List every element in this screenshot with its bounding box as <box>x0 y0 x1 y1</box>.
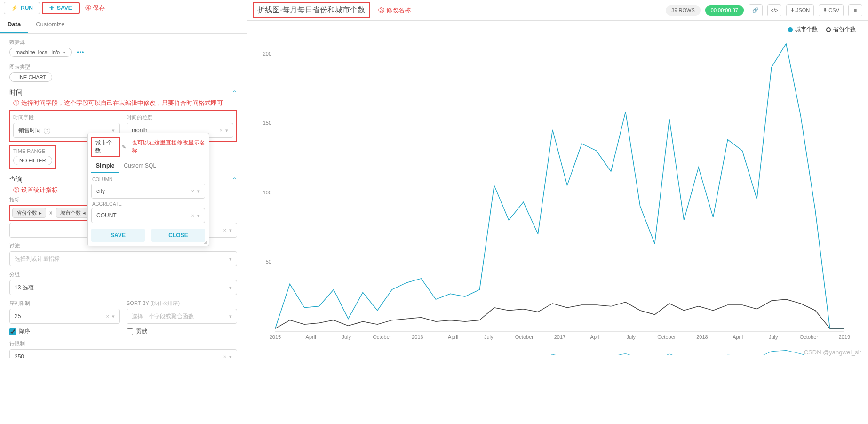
resize-handle-icon[interactable]: ◢ <box>204 239 207 244</box>
chevron-down-icon: ▾ <box>197 213 200 219</box>
clear-icon[interactable]: × <box>223 354 226 358</box>
run-button[interactable]: ⚡ RUN <box>4 2 40 14</box>
rows-badge: 39 ROWS <box>666 5 701 16</box>
clear-icon[interactable]: × <box>191 213 194 219</box>
sortby-select[interactable]: 选择一个字段或聚合函数 ▾ <box>127 309 237 324</box>
filter-placeholder: 选择列或计量指标 <box>15 255 60 263</box>
popup-column-select[interactable]: city × ▾ <box>91 184 205 199</box>
popup-annotation: 也可以在这里直接修改显示名称 <box>132 139 205 155</box>
svg-text:October: October <box>373 334 391 340</box>
linelimit-select[interactable]: 250 × ▾ <box>9 349 237 358</box>
toolbar: ⚡ RUN ✚ SAVE ④ 保存 <box>0 0 247 16</box>
help-icon <box>42 127 50 134</box>
popup-save-button[interactable]: SAVE <box>91 229 145 242</box>
tab-customize[interactable]: Customize <box>28 16 72 33</box>
svg-text:50: 50 <box>266 259 271 264</box>
legend-item-city[interactable]: 城市个数 <box>788 25 818 33</box>
legend: 城市个数 省份个数 <box>788 25 856 33</box>
save-label: SAVE <box>57 5 72 11</box>
chevron-up-icon[interactable]: ⌃ <box>232 89 237 96</box>
sortby-placeholder: 选择一个字段或聚合函数 <box>132 312 194 320</box>
line-chart-svg: 5010015020020152015AprilAprilJulyJulyOct… <box>252 25 854 355</box>
right-panel: 折线图-每月每日省份和城市个数 ③ 修改名称 39 ROWS 00:00:00.… <box>247 0 868 358</box>
desc-checkbox[interactable]: 降序 <box>9 328 120 336</box>
svg-text:2018: 2018 <box>696 334 708 340</box>
chevron-down-icon: ▾ <box>229 227 232 233</box>
left-tabs: Data Customize <box>0 16 247 34</box>
contrib-label: 贡献 <box>136 328 147 336</box>
svg-text:2015: 2015 <box>270 334 281 340</box>
more-dots-icon[interactable]: ••• <box>77 49 85 56</box>
popup-tabs: Simple Custom SQL <box>91 160 205 173</box>
run-label: RUN <box>21 5 33 11</box>
chevron-down-icon: ▾ <box>229 256 232 262</box>
svg-text:July: July <box>769 334 778 340</box>
timefield-label: 时间字段 <box>13 114 120 121</box>
chevron-down-icon: ▾ <box>229 354 232 358</box>
annotation-3: ③ 修改名称 <box>378 6 411 15</box>
watermark: CSDN @yangwei_sir <box>804 349 861 356</box>
save-button[interactable]: ✚ SAVE <box>42 2 80 14</box>
chevron-up-icon[interactable]: ⌃ <box>232 176 237 184</box>
datasource-value: machine_local_info <box>16 49 60 55</box>
metrics-redbox: 省份个数 ▸ x 城市个数 ◂ <box>9 205 93 221</box>
bolt-icon: ⚡ <box>11 5 18 11</box>
datasource-label: 数据源 <box>9 39 237 46</box>
metric-tag-1[interactable]: 省份个数 ▸ <box>12 208 46 218</box>
svg-text:200: 200 <box>263 51 271 56</box>
svg-text:July: July <box>342 334 351 340</box>
timerange-label: TIME RANGE <box>13 148 52 154</box>
annotation-1: ① 选择时间字段，这个字段可以自己在表编辑中修改，只要符合时间格式即可 <box>13 99 237 107</box>
menu-icon-button[interactable]: ≡ <box>848 4 862 16</box>
svg-text:2017: 2017 <box>554 334 565 340</box>
popup-aggregate-select[interactable]: COUNT × ▾ <box>91 208 205 223</box>
charttype-value: LINE CHART <box>16 74 46 80</box>
tab-data[interactable]: Data <box>0 16 28 33</box>
legend-item-province[interactable]: 省份个数 <box>826 25 856 33</box>
groupby-select[interactable]: 13 选项 ▾ <box>9 280 237 295</box>
export-csv-button[interactable]: ⬇.CSV <box>819 4 844 16</box>
export-json-button[interactable]: ⬇.JSON <box>786 4 814 16</box>
popup-close-button[interactable]: CLOSE <box>151 229 205 242</box>
timefield-value: 销售时间 <box>18 127 41 134</box>
section-time: 时间 ⌃ <box>9 88 237 97</box>
remove-metric-1[interactable]: x <box>49 209 52 216</box>
chevron-down-icon: ▾ <box>229 285 232 291</box>
popup-column-label: COLUMN <box>92 177 204 182</box>
clear-icon[interactable]: × <box>223 227 226 233</box>
pencil-icon[interactable]: ✎ <box>122 144 126 150</box>
clear-icon[interactable]: × <box>191 188 194 194</box>
desc-check-input[interactable] <box>9 328 16 335</box>
rowlimit-select[interactable]: 25 × ▾ <box>9 309 120 324</box>
svg-text:2019: 2019 <box>839 334 850 340</box>
sortby-label: SORT BY (以什么排序) <box>127 300 237 307</box>
popup-tab-simple[interactable]: Simple <box>91 160 119 173</box>
metric-tag-2[interactable]: 城市个数 ◂ <box>56 208 90 218</box>
datasource-pill[interactable]: machine_local_info <box>9 48 72 57</box>
caret-icon: ◂ <box>83 210 86 216</box>
chevron-down-icon: ▾ <box>112 313 115 320</box>
timerange-value: NO FILTER <box>19 158 46 163</box>
linelimit-value: 250 <box>15 353 24 358</box>
contrib-check-input[interactable] <box>127 328 133 335</box>
chart-title-input[interactable]: 折线图-每月每日省份和城市个数 <box>253 2 370 18</box>
contrib-checkbox[interactable]: 贡献 <box>127 328 237 336</box>
embed-icon-button[interactable]: </> <box>767 4 781 16</box>
svg-text:July: July <box>484 334 494 340</box>
legend-dot-icon <box>826 27 831 32</box>
clear-icon[interactable]: × <box>220 128 223 134</box>
charttype-pill[interactable]: LINE CHART <box>9 72 52 82</box>
popup-title[interactable]: 城市个数 <box>91 137 120 157</box>
charttype-label: 图表类型 <box>9 64 237 71</box>
svg-text:April: April <box>590 334 601 340</box>
filter-select[interactable]: 选择列或计量指标 ▾ <box>9 251 237 266</box>
popup-tab-customsql[interactable]: Custom SQL <box>119 160 161 173</box>
link-icon-button[interactable]: 🔗 <box>749 4 763 16</box>
groupby-label: 分组 <box>9 271 237 278</box>
clear-icon[interactable]: × <box>106 313 109 320</box>
svg-text:October: October <box>515 334 534 340</box>
svg-text:April: April <box>306 334 316 340</box>
timegrain-label: 时间的粒度 <box>127 114 233 121</box>
timerange-pill[interactable]: NO FILTER <box>13 156 52 165</box>
query-title: 查询 <box>9 176 23 184</box>
